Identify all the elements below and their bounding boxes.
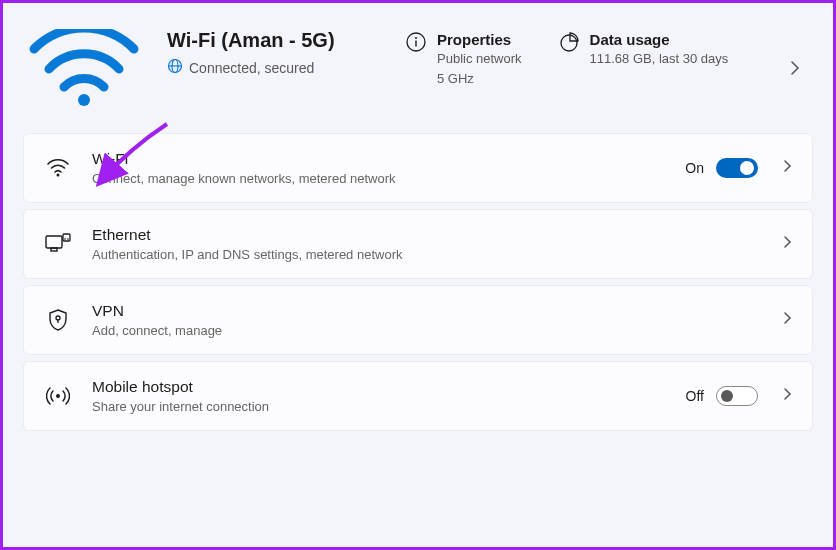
data-usage-summary: 111.68 GB, last 30 days: [590, 50, 729, 68]
wifi-toggle[interactable]: [716, 158, 758, 178]
hotspot-row-title: Mobile hotspot: [92, 378, 668, 396]
svg-point-16: [56, 394, 60, 398]
svg-point-0: [78, 94, 90, 106]
properties-line1: Public network: [437, 50, 522, 68]
shield-icon: [42, 308, 74, 332]
properties-link[interactable]: Properties Public network 5 GHz: [405, 29, 522, 87]
svg-rect-9: [46, 236, 62, 248]
svg-rect-6: [415, 41, 416, 47]
ethernet-row[interactable]: Ethernet Authentication, IP and DNS sett…: [23, 209, 813, 279]
wifi-row-title: Wi-Fi: [92, 150, 667, 168]
vpn-row-title: VPN: [92, 302, 758, 320]
chevron-right-icon: [776, 158, 792, 178]
header-expand-chevron[interactable]: [781, 51, 809, 89]
svg-point-7: [561, 35, 577, 51]
chevron-right-icon: [776, 386, 792, 406]
wifi-signal-icon: [29, 29, 139, 111]
wifi-row-sub: Connect, manage known networks, metered …: [92, 171, 667, 186]
network-status: Connected, secured: [189, 60, 314, 76]
wifi-toggle-label: On: [685, 160, 704, 176]
network-header: Wi-Fi (Aman - 5G) Connected, secured Pro…: [23, 21, 813, 133]
ethernet-row-sub: Authentication, IP and DNS settings, met…: [92, 247, 758, 262]
vpn-row[interactable]: VPN Add, connect, manage: [23, 285, 813, 355]
info-icon: [405, 31, 427, 57]
svg-rect-11: [63, 234, 70, 241]
chevron-right-icon: [776, 234, 792, 254]
data-usage-link[interactable]: Data usage 111.68 GB, last 30 days: [558, 29, 729, 68]
network-name: Wi-Fi (Aman - 5G): [167, 29, 377, 52]
svg-point-8: [57, 174, 60, 177]
wifi-row[interactable]: Wi-Fi Connect, manage known networks, me…: [23, 133, 813, 203]
chevron-right-icon: [776, 310, 792, 330]
wifi-icon: [42, 158, 74, 178]
globe-icon: [167, 58, 183, 77]
hotspot-row-sub: Share your internet connection: [92, 399, 668, 414]
properties-line2: 5 GHz: [437, 70, 522, 88]
hotspot-toggle[interactable]: [716, 386, 758, 406]
hotspot-toggle-label: Off: [686, 388, 704, 404]
svg-rect-10: [51, 248, 57, 251]
ethernet-icon: [42, 233, 74, 255]
svg-point-5: [415, 37, 417, 39]
ethernet-row-title: Ethernet: [92, 226, 758, 244]
mobile-hotspot-row[interactable]: Mobile hotspot Share your internet conne…: [23, 361, 813, 431]
vpn-row-sub: Add, connect, manage: [92, 323, 758, 338]
properties-title: Properties: [437, 31, 522, 48]
svg-point-14: [56, 316, 60, 320]
data-usage-title: Data usage: [590, 31, 729, 48]
pie-chart-icon: [558, 31, 580, 57]
hotspot-icon: [42, 385, 74, 407]
